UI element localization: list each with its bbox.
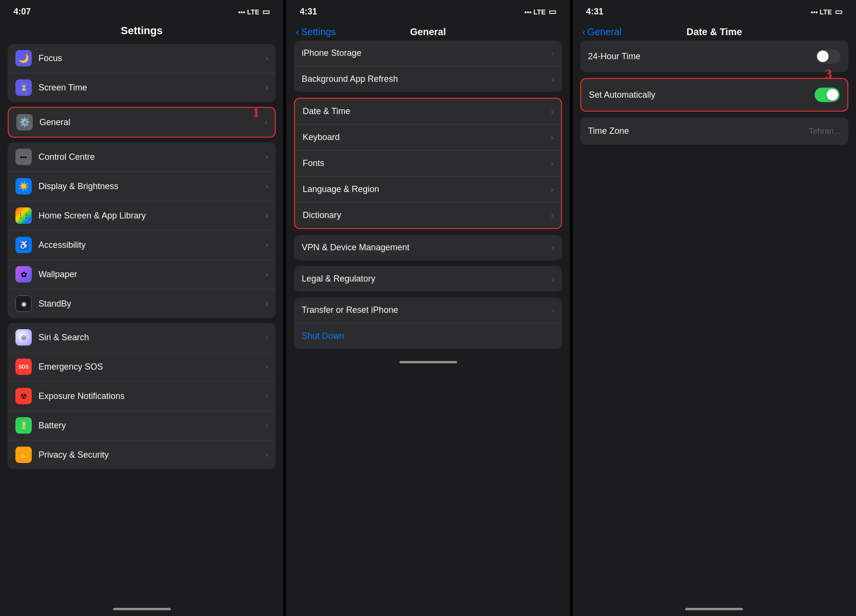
standby-chevron: › (266, 299, 268, 308)
back-button-3[interactable]: ‹ General (582, 26, 622, 38)
page-title-1: Settings (0, 21, 283, 44)
section-datetime-highlighted: Date & Time › Keyboard › Fonts › Languag… (294, 98, 562, 229)
signal-icon-2: ▪▪▪ LTE (524, 8, 546, 16)
back-label-2: Settings (301, 26, 336, 38)
settings-item-general[interactable]: ⚙️ General › (9, 108, 275, 137)
section-siri-privacy: ◎ Siri & Search › SOS Emergency SOS › ☢ … (8, 323, 276, 469)
settings-item-accessibility[interactable]: ♿ Accessibility › (8, 231, 276, 260)
transfer-label: Transfer or Reset iPhone (302, 305, 552, 315)
siri-label: Siri & Search (38, 333, 266, 343)
accessibility-icon: ♿ (15, 237, 32, 253)
storage-chevron: › (552, 49, 554, 58)
siri-chevron: › (266, 333, 268, 342)
dt-item-timezone: Time Zone Tehran... (580, 117, 848, 145)
back-button-2[interactable]: ‹ Settings (296, 26, 336, 38)
screentime-chevron: › (266, 83, 268, 92)
gen-item-background[interactable]: Background App Refresh › (294, 66, 562, 92)
general-chevron: › (265, 118, 267, 127)
dt-item-setauto: Set Automatically (581, 79, 847, 111)
section-setauto-highlighted: Set Automatically (580, 78, 848, 112)
screentime-icon: ⏳ (15, 79, 32, 96)
dt-item-24hour: 24-Hour Time (580, 40, 848, 72)
gen-item-dictionary[interactable]: Dictionary › (295, 203, 561, 228)
battery-icon-1: ▭ (262, 7, 270, 17)
control-label: Control Centre (38, 152, 266, 162)
settings-item-display[interactable]: ☀️ Display & Brightness › (8, 172, 276, 201)
section-focus-screentime: 🌙 Focus › ⏳ Screen Time › (8, 44, 276, 102)
homescreen-chevron: › (266, 211, 268, 220)
settings-item-screentime[interactable]: ⏳ Screen Time › (8, 73, 276, 102)
gen-item-keyboard[interactable]: Keyboard › (295, 125, 561, 151)
section-vpn: VPN & Device Management › (294, 235, 562, 260)
back-label-3: General (588, 26, 622, 38)
gen-item-language[interactable]: Language & Region › (295, 177, 561, 203)
settings-item-battery[interactable]: 🔋 Battery › (8, 411, 276, 440)
gen-item-fonts[interactable]: Fonts › (295, 151, 561, 177)
background-chevron: › (552, 75, 554, 84)
24hour-label: 24-Hour Time (588, 51, 816, 62)
storage-label: iPhone Storage (302, 48, 552, 58)
gen-item-datetime[interactable]: Date & Time › (295, 99, 561, 125)
panel-general: 4:31 ▪▪▪ LTE ▭ ‹ Settings General 2 iPho… (286, 0, 570, 616)
privacy-label: Privacy & Security (38, 450, 266, 460)
settings-item-control[interactable]: ▪▪▪ Control Centre › (8, 142, 276, 172)
gen-item-legal[interactable]: Legal & Regulatory › (294, 266, 562, 292)
time-display-2: 4:31 (300, 7, 317, 17)
standby-label: StandBy (38, 299, 266, 309)
back-chevron-3: ‹ (582, 26, 586, 38)
settings-item-focus[interactable]: 🌙 Focus › (8, 44, 276, 73)
settings-item-sos[interactable]: SOS Emergency SOS › (8, 352, 276, 382)
toggle-setauto[interactable] (815, 88, 840, 102)
step-badge-1: 1 (253, 105, 259, 120)
home-indicator-3 (573, 602, 856, 616)
battery-icon-2: ▭ (549, 7, 556, 17)
wallpaper-label: Wallpaper (38, 270, 266, 280)
exposure-chevron: › (266, 392, 268, 400)
gen-item-vpn[interactable]: VPN & Device Management › (294, 235, 562, 260)
status-bar-2: 4:31 ▪▪▪ LTE ▭ (286, 0, 570, 21)
privacy-chevron: › (266, 450, 268, 459)
fonts-chevron: › (551, 159, 553, 168)
settings-item-homescreen[interactable]: ⋮⋮ Home Screen & App Library › (8, 201, 276, 231)
gen-item-transfer[interactable]: Transfer or Reset iPhone › (294, 297, 562, 323)
settings-item-standby[interactable]: ◉ StandBy › (8, 289, 276, 318)
section-transfer: Transfer or Reset iPhone › Shut Down (294, 297, 562, 349)
gen-item-storage[interactable]: iPhone Storage › (294, 40, 562, 66)
gen-item-shutdown[interactable]: Shut Down (294, 323, 562, 349)
shutdown-label: Shut Down (302, 331, 554, 341)
toggle-24hour[interactable] (816, 49, 841, 64)
standby-icon: ◉ (15, 295, 32, 312)
settings-list: 🌙 Focus › ⏳ Screen Time › ⚙️ General › ▪… (0, 44, 283, 602)
timezone-label: Time Zone (588, 126, 809, 136)
vpn-label: VPN & Device Management (302, 243, 552, 253)
home-indicator-2 (286, 355, 570, 369)
accessibility-label: Accessibility (38, 240, 266, 250)
settings-item-wallpaper[interactable]: ✿ Wallpaper › (8, 260, 276, 289)
transfer-chevron: › (552, 306, 554, 315)
section-datetime-wrapper: Date & Time › Keyboard › Fonts › Languag… (294, 98, 562, 229)
settings-item-siri[interactable]: ◎ Siri & Search › (8, 323, 276, 352)
status-bar-1: 4:07 ▪▪▪ LTE ▭ (0, 0, 283, 21)
home-bar-2 (399, 361, 457, 363)
sos-icon: SOS (15, 359, 32, 375)
datetime-label: Date & Time (303, 106, 551, 116)
vpn-chevron: › (552, 244, 554, 252)
home-bar-3 (685, 608, 743, 610)
section-legal: Legal & Regulatory › (294, 266, 562, 292)
settings-item-privacy[interactable]: ✋ Privacy & Security › (8, 440, 276, 469)
section-general-highlighted: ⚙️ General › (8, 107, 276, 138)
background-label: Background App Refresh (302, 74, 552, 84)
toggle-knob-setauto (827, 89, 838, 101)
battery-icon-3: ▭ (835, 7, 843, 17)
settings-item-exposure[interactable]: ☢ Exposure Notifications › (8, 382, 276, 411)
homescreen-label: Home Screen & App Library (38, 211, 266, 221)
home-indicator-1 (0, 602, 283, 616)
nav-title-2: General (410, 26, 446, 38)
time-display-1: 4:07 (13, 7, 31, 17)
general-icon: ⚙️ (16, 114, 33, 130)
homescreen-icon: ⋮⋮ (15, 207, 32, 224)
back-chevron-2: ‹ (296, 26, 299, 38)
time-display-3: 4:31 (586, 7, 603, 17)
section-control-display: ▪▪▪ Control Centre › ☀️ Display & Bright… (8, 142, 276, 318)
battery-label: Battery (38, 421, 266, 431)
